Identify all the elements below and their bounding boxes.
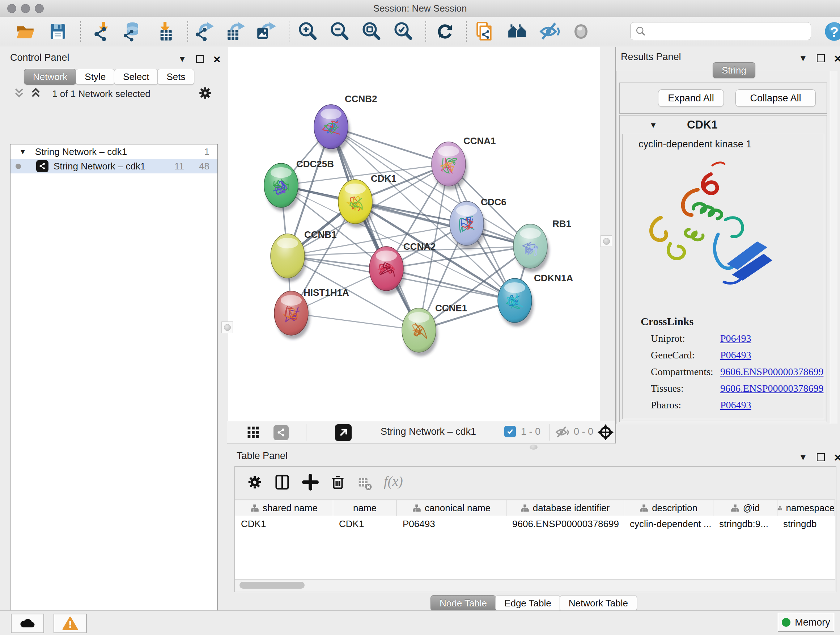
memory-button[interactable]: Memory [778,613,834,632]
disclosure-triangle-icon[interactable]: ▼ [19,148,27,156]
table-cell[interactable]: CDK1 [235,516,333,532]
crosslink-label-3: Tissues: [651,383,684,394]
table-cell[interactable]: stringdb [777,516,835,532]
hide-selected-button[interactable] [537,19,561,44]
panel-float-icon[interactable] [817,54,825,62]
panel-close-icon[interactable]: × [834,451,840,463]
network-edge-CCNB2-CCNE1[interactable] [331,127,419,330]
table-cell[interactable]: CDK1 [333,516,397,532]
network-edge-HIST1H1A-CCNE1[interactable] [291,313,419,330]
tab-network[interactable]: Network [24,69,76,85]
show-all-button[interactable] [505,19,530,44]
tab-sets[interactable]: Sets [157,69,194,85]
crosslink-link-2[interactable]: 9606.ENSP00000378699 [720,366,823,378]
results-scrollbar[interactable] [830,71,837,424]
column-header-sharedname[interactable]: shared name [235,500,333,516]
tab-select[interactable]: Select [114,69,158,85]
column-header-namespace[interactable]: namespace [777,500,835,516]
network-node-CCNB1[interactable]: CCNB1 [271,229,337,282]
scrollbar-thumb[interactable] [240,582,305,589]
zoom-out-button[interactable] [327,19,352,44]
birdseye-toggle-button[interactable] [247,426,260,440]
panel-float-icon[interactable] [196,55,204,63]
left-splitter-handle[interactable] [221,321,233,333]
tab-node-table[interactable]: Node Table [431,595,496,611]
warnings-button[interactable] [54,614,87,633]
crosslink-link-4[interactable]: P06493 [720,399,752,411]
network-node-CCNE1[interactable]: CCNE1 [402,302,467,356]
tab-edge-table[interactable]: Edge Table [495,595,561,611]
detach-view-button[interactable] [335,424,352,441]
first-neighbors-button[interactable] [472,19,497,44]
network-node-CDK1[interactable]: CDK1 [338,173,396,228]
column-header-canonicalname[interactable]: canonical name [397,500,507,516]
selected-checkbox-icon[interactable] [504,426,516,437]
network-type-badge[interactable] [273,425,289,440]
fit-content-button[interactable] [597,424,614,442]
table-cell[interactable]: cyclin-dependent ... [624,516,714,532]
network-node-CDC6[interactable]: CDC6 [450,196,507,249]
search-input[interactable] [646,26,800,37]
export-table-button[interactable] [222,19,247,44]
apply-layout-button[interactable] [433,19,457,44]
zoom-in-icon [297,21,317,42]
panel-menu-icon[interactable]: ▼ [799,453,807,462]
column-header-description[interactable]: description [624,500,714,516]
column-header-name[interactable]: name [333,500,397,516]
zoom-in-button[interactable] [295,19,320,44]
help-icon: ? [823,21,840,42]
network-node-CDKN1A[interactable]: CDKN1A [498,272,573,326]
table-horizontal-scrollbar[interactable] [235,579,835,591]
help-button[interactable]: ? [822,19,840,44]
network-node-CCNA2[interactable]: CCNA2 [369,241,436,295]
panel-close-icon[interactable]: × [213,53,221,65]
table-cell[interactable]: P06493 [397,516,507,532]
cloud-status-button[interactable] [11,614,44,633]
expand-all-button[interactable]: Expand All [658,89,724,107]
panel-close-icon[interactable]: × [834,52,840,65]
crosslink-link-0[interactable]: P06493 [720,333,752,344]
network-row[interactable]: String Network – cdk1 11 48 [11,159,218,173]
collapse-all-button[interactable]: Collapse All [736,89,816,107]
show-columns-button[interactable] [274,474,291,492]
entry-disclosure-triangle-icon[interactable]: ▼ [649,120,657,130]
table-options-button[interactable] [246,474,263,492]
bottom-splitter-handle[interactable] [530,445,538,450]
table-cell[interactable]: stringdb:9... [714,516,777,532]
network-graph[interactable]: CCNB2CCNA1CDC25BCDK1CDC6RB1CCNB1CCNA2CDK… [228,47,600,421]
network-node-CCNB2[interactable]: CCNB2 [314,93,377,153]
tab-string[interactable]: String [713,62,755,78]
delete-columns-button[interactable] [330,474,346,492]
export-network-button[interactable] [191,19,216,44]
tab-style[interactable]: Style [76,69,115,85]
zoom-fit-button[interactable] [359,19,384,44]
network-node-HIST1H1A[interactable]: HIST1H1A [274,287,349,339]
open-session-button[interactable] [13,19,38,44]
import-table-button[interactable] [152,19,177,44]
save-session-button[interactable] [46,19,70,44]
network-canvas[interactable]: CCNB2CCNA1CDC25BCDK1CDC6RB1CCNB1CCNA2CDK… [228,47,600,421]
column-header-databaseidentifier[interactable]: database identifier [507,500,624,516]
table-cell[interactable]: 9606.ENSP00000378699 [507,516,624,532]
zoom-selected-button[interactable] [391,19,415,44]
import-network-file-button[interactable] [89,19,114,44]
column-header-id[interactable]: @id [714,500,777,516]
panel-float-icon[interactable] [817,453,825,461]
network-node-RB1[interactable]: RB1 [513,218,571,272]
create-column-button[interactable] [302,474,319,492]
crosslink-link-3[interactable]: 9606.ENSP00000378699 [720,383,823,394]
panel-menu-icon[interactable]: ▼ [178,55,187,63]
tab-network-table[interactable]: Network Table [560,595,637,611]
right-splitter-handle[interactable] [600,235,612,247]
network-node-CDC25B[interactable]: CDC25B [264,158,334,211]
control-panel-title: Control Panel [10,52,69,63]
toolbar-separator [306,424,306,440]
network-collection-row[interactable]: ▼ String Network – cdk1 1 [11,144,218,159]
export-image-button[interactable] [253,19,278,44]
network-options-button[interactable] [197,86,213,102]
show-hidden-button[interactable] [569,19,593,44]
panel-menu-icon[interactable]: ▼ [799,54,807,63]
import-network-database-button[interactable] [119,19,144,44]
network-node-CCNA1[interactable]: CCNA1 [431,135,496,190]
crosslink-link-1[interactable]: P06493 [720,349,752,361]
